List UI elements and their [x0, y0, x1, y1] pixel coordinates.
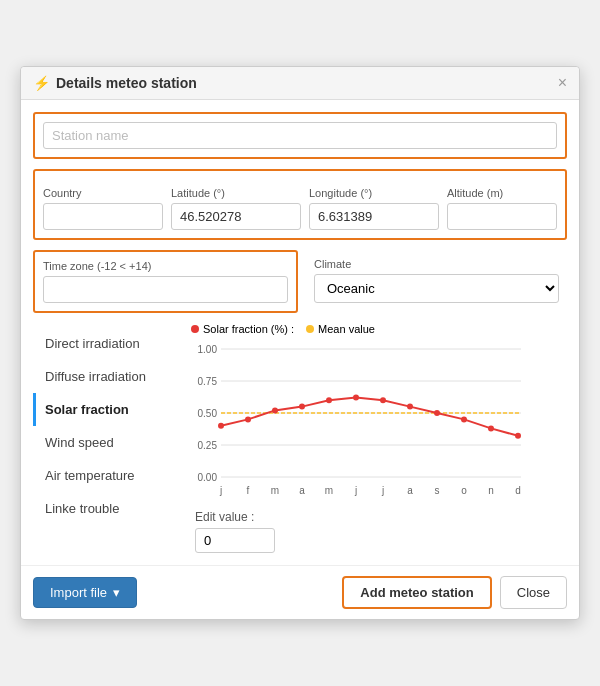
- dialog-title: ⚡ Details meteo station: [33, 75, 197, 91]
- country-input[interactable]: [43, 203, 163, 230]
- location-group: Country Latitude (°) Longitude (°) Altit…: [33, 169, 567, 240]
- chart-svg-element: 1.00 0.75 0.50 0.25 0.00: [191, 339, 531, 499]
- country-field: Country: [43, 187, 163, 230]
- sidebar-item-air-temperature[interactable]: Air temperature: [33, 459, 183, 492]
- solar-fraction-legend-label: Solar fraction (%) :: [203, 323, 294, 335]
- climate-label: Climate: [314, 258, 559, 270]
- svg-point-18: [407, 404, 413, 410]
- chart-area: Solar fraction (%) : Mean value: [183, 323, 567, 553]
- latitude-label: Latitude (°): [171, 187, 301, 199]
- dialog-close-button[interactable]: ×: [558, 75, 567, 91]
- timezone-input[interactable]: [43, 276, 288, 303]
- import-file-button[interactable]: Import file ▾: [33, 577, 137, 608]
- svg-text:0.50: 0.50: [198, 408, 218, 419]
- footer-right: Add meteo station Close: [342, 576, 567, 609]
- svg-text:n: n: [488, 485, 494, 496]
- svg-text:j: j: [219, 485, 222, 496]
- svg-text:0.00: 0.00: [198, 472, 218, 483]
- altitude-field: Altitude (m): [447, 187, 557, 230]
- svg-text:0.75: 0.75: [198, 376, 218, 387]
- add-meteo-station-button[interactable]: Add meteo station: [342, 576, 491, 609]
- dialog-footer: Import file ▾ Add meteo station Close: [21, 565, 579, 619]
- svg-point-20: [461, 416, 467, 422]
- svg-text:s: s: [435, 485, 440, 496]
- import-file-label: Import file: [50, 585, 107, 600]
- svg-point-21: [488, 425, 494, 431]
- latitude-field: Latitude (°): [171, 187, 301, 230]
- svg-text:a: a: [299, 485, 305, 496]
- latitude-input[interactable]: [171, 203, 301, 230]
- svg-text:1.00: 1.00: [198, 344, 218, 355]
- edit-value-input[interactable]: [195, 528, 275, 553]
- svg-text:j: j: [381, 485, 384, 496]
- country-label: Country: [43, 187, 163, 199]
- svg-text:d: d: [515, 485, 521, 496]
- import-dropdown-icon: ▾: [113, 585, 120, 600]
- edit-value-section: Edit value :: [191, 510, 559, 553]
- svg-text:a: a: [407, 485, 413, 496]
- chart-svg: 1.00 0.75 0.50 0.25 0.00: [191, 339, 559, 502]
- altitude-label: Altitude (m): [447, 187, 557, 199]
- mean-value-legend-label: Mean value: [318, 323, 375, 335]
- altitude-input[interactable]: [447, 203, 557, 230]
- main-content: Direct irradiation Diffuse irradiation S…: [33, 323, 567, 553]
- svg-text:f: f: [247, 485, 250, 496]
- dialog: ⚡ Details meteo station × Country Latitu…: [20, 66, 580, 620]
- station-name-input[interactable]: [43, 122, 557, 149]
- svg-point-19: [434, 410, 440, 416]
- edit-value-label: Edit value :: [195, 510, 559, 524]
- dialog-body: Country Latitude (°) Longitude (°) Altit…: [21, 100, 579, 565]
- svg-text:m: m: [325, 485, 333, 496]
- sidebar-item-diffuse-irradiation[interactable]: Diffuse irradiation: [33, 360, 183, 393]
- svg-point-14: [299, 404, 305, 410]
- longitude-field: Longitude (°): [309, 187, 439, 230]
- station-name-group: [33, 112, 567, 159]
- svg-text:o: o: [461, 485, 467, 496]
- sidebar-item-linke-trouble[interactable]: Linke trouble: [33, 492, 183, 525]
- svg-point-12: [245, 416, 251, 422]
- mean-value-dot: [306, 325, 314, 333]
- svg-point-22: [515, 433, 521, 439]
- timezone-label: Time zone (-12 < +14): [43, 260, 288, 272]
- legend-solar-fraction: Solar fraction (%) :: [191, 323, 294, 335]
- close-button[interactable]: Close: [500, 576, 567, 609]
- svg-point-16: [353, 395, 359, 401]
- sidebar-item-solar-fraction[interactable]: Solar fraction: [33, 393, 183, 426]
- dialog-title-text: Details meteo station: [56, 75, 197, 91]
- svg-point-17: [380, 397, 386, 403]
- dialog-header: ⚡ Details meteo station ×: [21, 67, 579, 100]
- sidebar-item-direct-irradiation[interactable]: Direct irradiation: [33, 327, 183, 360]
- svg-point-11: [218, 423, 224, 429]
- longitude-input[interactable]: [309, 203, 439, 230]
- svg-point-13: [272, 407, 278, 413]
- sidebar-item-wind-speed[interactable]: Wind speed: [33, 426, 183, 459]
- tz-climate-row: Time zone (-12 < +14) Climate Oceanic Co…: [33, 250, 567, 313]
- svg-text:m: m: [271, 485, 279, 496]
- svg-text:0.25: 0.25: [198, 440, 218, 451]
- legend-mean-value: Mean value: [306, 323, 375, 335]
- longitude-label: Longitude (°): [309, 187, 439, 199]
- solar-fraction-dot: [191, 325, 199, 333]
- svg-point-15: [326, 397, 332, 403]
- climate-select[interactable]: Oceanic Continental Mediterranean Tropic…: [314, 274, 559, 303]
- svg-text:j: j: [354, 485, 357, 496]
- climate-group: Climate Oceanic Continental Mediterranea…: [306, 250, 567, 313]
- lightning-icon: ⚡: [33, 75, 50, 91]
- sidebar-list: Direct irradiation Diffuse irradiation S…: [33, 323, 183, 553]
- chart-legend: Solar fraction (%) : Mean value: [191, 323, 559, 335]
- timezone-group: Time zone (-12 < +14): [33, 250, 298, 313]
